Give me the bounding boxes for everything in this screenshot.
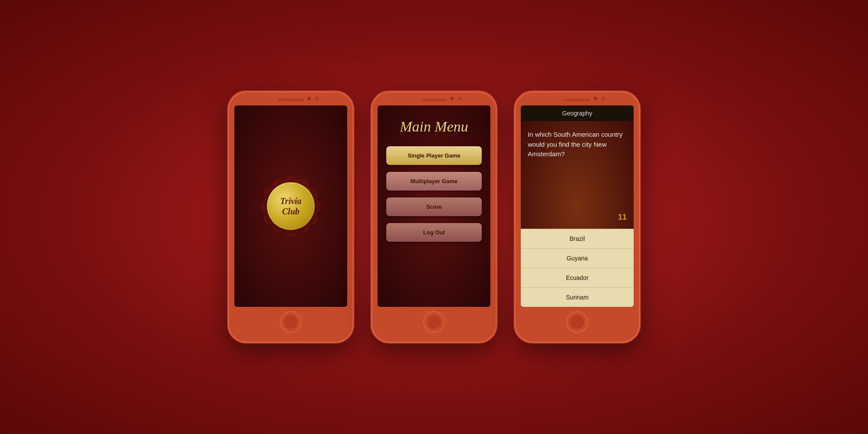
quiz-question-text: In which South American country would yo… (528, 130, 627, 159)
score-button[interactable]: Score (386, 197, 482, 216)
phone-camera-icon-2 (450, 97, 454, 100)
menu-screen: Main Menu Single Player Game Multiplayer… (378, 105, 490, 307)
logo-text: Trivia Club (280, 196, 301, 217)
answer-ecuador[interactable]: Ecuador (521, 268, 634, 287)
answer-brazil[interactable]: Brazil (521, 229, 634, 248)
phone-splash: Trivia Club (228, 91, 354, 343)
phone-camera-icon (307, 97, 311, 100)
multiplayer-button[interactable]: Multiplayer Game (386, 172, 482, 191)
phone-camera-icon-3 (594, 97, 597, 100)
home-button-inner-3 (570, 315, 585, 329)
quiz-question-area: In which South American country would yo… (521, 121, 634, 229)
logo-coin: Trivia Club (267, 182, 315, 230)
logout-button[interactable]: Log Out (386, 223, 482, 242)
quiz-category-label: Geography (562, 110, 592, 117)
quiz-timer: 11 (618, 213, 627, 222)
answer-guyana[interactable]: Guyana (521, 248, 634, 268)
main-menu-title: Main Menu (400, 118, 468, 135)
home-button[interactable] (280, 311, 302, 333)
home-button-3[interactable] (566, 311, 588, 333)
answer-surinam[interactable]: Surinam (521, 287, 634, 307)
quiz-answers-list: Brazil Guyana Ecuador Surinam (521, 229, 634, 307)
quiz-screen: Geography In which South American countr… (521, 105, 634, 307)
phone-quiz: Geography In which South American countr… (514, 91, 640, 343)
phone-menu: Main Menu Single Player Game Multiplayer… (371, 91, 497, 343)
splash-screen: Trivia Club (234, 105, 347, 307)
single-player-button[interactable]: Single Player Game (386, 146, 482, 165)
home-button-inner-2 (427, 315, 441, 329)
home-button-inner (283, 315, 298, 329)
home-button-2[interactable] (423, 311, 445, 333)
quiz-header: Geography (521, 105, 634, 121)
